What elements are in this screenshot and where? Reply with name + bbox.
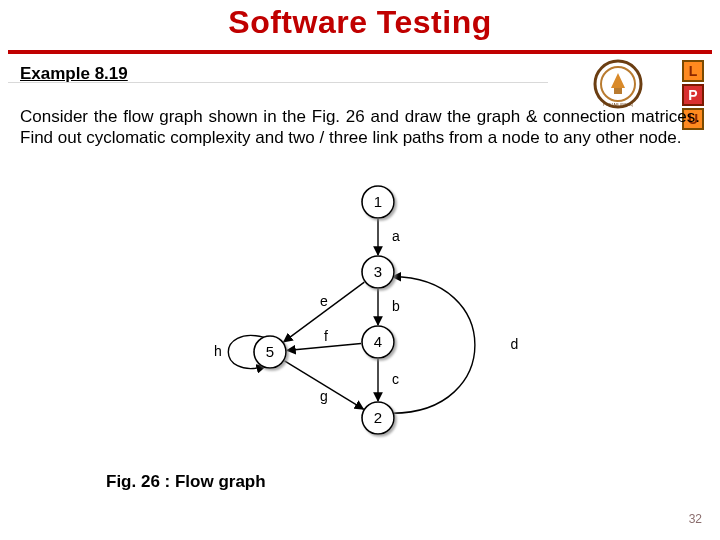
node-1: 1 xyxy=(362,186,394,218)
edge-d: d xyxy=(392,277,518,413)
svg-text:c: c xyxy=(392,371,399,387)
body-text: Consider the flow graph shown in the Fig… xyxy=(20,106,700,149)
edges-layer: aebfcghd xyxy=(214,219,518,413)
node-3: 3 xyxy=(362,256,394,288)
logo-letter-p: P xyxy=(682,84,704,106)
svg-text:5: 5 xyxy=(266,343,274,360)
svg-rect-2 xyxy=(614,88,622,94)
svg-text:a: a xyxy=(392,228,400,244)
svg-text:h: h xyxy=(214,343,222,359)
university-logo: PUNJAB (INDIA) L P U xyxy=(590,58,704,110)
svg-text:e: e xyxy=(320,293,328,309)
flow-graph: aebfcghd 13452 xyxy=(182,180,542,460)
svg-text:d: d xyxy=(510,336,518,352)
slide-number: 32 xyxy=(689,512,702,526)
edge-b: b xyxy=(378,289,400,325)
logo-letter-l: L xyxy=(682,60,704,82)
university-seal-icon: PUNJAB (INDIA) xyxy=(590,58,646,110)
svg-line-9 xyxy=(287,344,361,351)
title-rule xyxy=(8,50,712,54)
node-2: 2 xyxy=(362,402,394,434)
svg-text:g: g xyxy=(320,388,328,404)
svg-text:1: 1 xyxy=(374,193,382,210)
slide-inner: Software Testing PUNJAB (INDIA) L P U Ex… xyxy=(0,0,720,540)
example-label: Example 8.19 xyxy=(20,64,128,84)
slide-title: Software Testing xyxy=(0,4,720,41)
node-5: 5 xyxy=(254,336,286,368)
slide: Software Testing PUNJAB (INDIA) L P U Ex… xyxy=(0,0,720,540)
svg-text:f: f xyxy=(324,328,328,344)
svg-text:b: b xyxy=(392,298,400,314)
figure-caption: Fig. 26 : Flow graph xyxy=(106,472,266,492)
svg-text:4: 4 xyxy=(374,333,382,350)
edge-g: g xyxy=(285,361,364,409)
edge-a: a xyxy=(378,219,400,255)
svg-text:2: 2 xyxy=(374,409,382,426)
title-bar: Software Testing xyxy=(0,0,720,41)
node-4: 4 xyxy=(362,326,394,358)
svg-text:3: 3 xyxy=(374,263,382,280)
edge-c: c xyxy=(378,359,399,401)
